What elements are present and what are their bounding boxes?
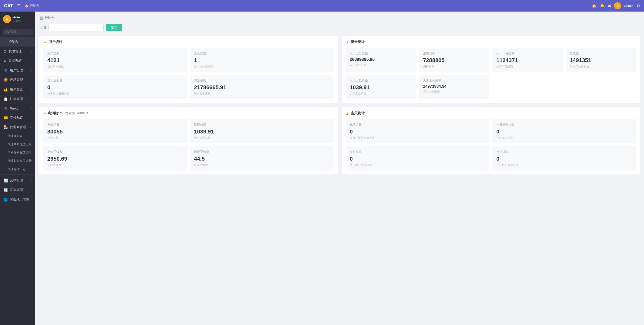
stat-label: 消费总额 bbox=[423, 51, 486, 56]
close-icon[interactable]: ✖ bbox=[608, 4, 611, 8]
stat-card-user-total: 用户总数 4121 当前用户总数 bbox=[43, 48, 187, 72]
stat-sublabel: 人工下分总额 bbox=[496, 65, 559, 68]
profit-stats-section: ▲ 利润统计 总利润: 26064.4 充值总额 30055 充值总额 提现总额 bbox=[39, 107, 338, 174]
sidebar-sub-user-recharge[interactable]: 用户账户充值记录 bbox=[0, 149, 35, 157]
stat-label: 今日充值人数 bbox=[496, 123, 632, 127]
stat-label: 充值总额 bbox=[47, 123, 183, 127]
stat-label: 当天注册量 bbox=[47, 78, 183, 83]
stat-value: 0 bbox=[47, 84, 183, 91]
stat-label: 今日充值 bbox=[350, 150, 485, 154]
breadcrumb-label: 控制台 bbox=[45, 16, 55, 20]
sidebar-user-info: Admin ● 在线 bbox=[13, 15, 22, 23]
stat-sublabel: 用户提现总额 bbox=[194, 136, 330, 140]
sidebar-item-users[interactable]: 👤 用户管理 › bbox=[0, 66, 35, 75]
stat-label: 总收益 bbox=[570, 51, 632, 56]
stat-sublabel: 人工上分总额 bbox=[350, 63, 412, 67]
stat-card-today-withdraw-amount: 今日提现 0 今日用户提现总额 bbox=[492, 146, 636, 170]
stat-card-fund-balance: 资金余额 21786665.91 用户资金余额 bbox=[190, 75, 334, 99]
stat-value: 44.5 bbox=[194, 156, 330, 162]
today-stats-title: ▲ 当天统计 bbox=[346, 111, 636, 116]
bell-icon[interactable]: 🔔 bbox=[600, 4, 605, 8]
stat-sublabel: 提现手续费 bbox=[194, 163, 330, 167]
stat-value: 0 bbox=[350, 156, 485, 162]
stat-card-today-register: 当天注册量 0 当天新注册用户数 bbox=[43, 75, 187, 99]
chevron-right-icon: › bbox=[31, 50, 32, 53]
stat-value: 7288805 bbox=[423, 57, 486, 64]
profit-stats-grid: 充值总额 30055 充值总额 提现总额 1039.91 用户提现总额 充值手续… bbox=[43, 119, 334, 170]
sidebar-sub-agent-list[interactable]: 代理商列表 bbox=[0, 132, 35, 140]
breadcrumb-home-icon: 🏠 bbox=[39, 16, 43, 20]
menu-toggle-icon[interactable]: ☰ bbox=[17, 4, 21, 8]
user-stats-title: ▲ 用户统计 bbox=[43, 40, 334, 44]
sidebar-item-marketing[interactable]: 📊 营销管理 › bbox=[0, 176, 35, 185]
stat-sublabel: 今日用户提现总额 bbox=[496, 163, 632, 167]
stat-value: 4121 bbox=[47, 57, 183, 64]
search-input[interactable] bbox=[3, 29, 33, 35]
sidebar-sub-agent-deduct[interactable]: 代理划扣充值记录 bbox=[0, 157, 35, 165]
sidebar-item-config[interactable]: ⚙ 常规配置 › bbox=[0, 56, 35, 66]
sidebar-item-service[interactable]: 🌐 客服地址管理 bbox=[0, 195, 35, 204]
sidebar-sub-agent-recharge[interactable]: 代理商户充值记录 bbox=[0, 140, 35, 149]
fund-stats-grid: 人工上分总额 26099395.85 人工上分总额 消费总额 7288805 消… bbox=[346, 48, 636, 99]
topbar: CAT ☰ 🏠 控制台 🏠 🔔 ✖ A Admin ⚙ bbox=[0, 0, 644, 12]
fund-stats-title: ▲ 资金统计 bbox=[346, 40, 636, 44]
filter-bar: 日期 提交 bbox=[39, 24, 640, 31]
stat-card-recharge-total: 充值总额 30055 充值总额 bbox=[43, 119, 187, 143]
sidebar-item-label: 常规配置 bbox=[9, 59, 22, 63]
stat-value: 0 bbox=[496, 156, 632, 162]
warn-icon: ▲ bbox=[43, 40, 47, 44]
date-input[interactable] bbox=[48, 24, 104, 31]
chevron-right-icon: › bbox=[31, 69, 32, 72]
stat-sublabel: 今日注册并充值人数 bbox=[350, 136, 485, 140]
marketing-icon: 📊 bbox=[4, 178, 8, 182]
home-topbar-icon[interactable]: 🏠 bbox=[592, 4, 597, 8]
chevron-right-icon: › bbox=[31, 179, 32, 182]
stat-value: 21786665.91 bbox=[194, 84, 330, 91]
warn-icon: ▲ bbox=[43, 111, 47, 115]
stat-sublabel: 充值手续费 bbox=[47, 163, 183, 167]
sidebar-item-agent[interactable]: 🏪 代理商管理 ∨ bbox=[0, 122, 35, 132]
chevron-right-icon: › bbox=[31, 107, 32, 110]
username-label: Admin bbox=[624, 4, 633, 8]
sidebar-item-label: 用户管理 bbox=[10, 68, 23, 73]
stat-card-manual-balance: 人工上分余额 24973984.94 人工上分余额 bbox=[419, 75, 490, 99]
chevron-right-icon: › bbox=[31, 88, 32, 91]
sidebar-item-user-funds[interactable]: 💰 用户资金 › bbox=[0, 85, 35, 94]
sidebar-item-label: 权限管理 bbox=[9, 49, 22, 54]
sidebar-username: Admin bbox=[13, 15, 22, 19]
sidebar-item-permissions[interactable]: ⊡ 权限管理 › bbox=[0, 47, 35, 56]
user-stats-grid: 用户总数 4121 当前用户总数 当天登陆 1 当天用户登陆数 当天注册量 0 … bbox=[43, 48, 334, 99]
avatar: A bbox=[614, 2, 621, 9]
stat-sublabel: 今日充值人数 bbox=[496, 136, 632, 140]
stat-sublabel: 人工上分余额 bbox=[423, 90, 486, 94]
sidebar-user-status: ● 在线 bbox=[13, 19, 22, 23]
stat-value: 30055 bbox=[47, 128, 183, 135]
sidebar-sub-agent-log[interactable]: 代理操作日志 bbox=[0, 165, 35, 173]
stat-value: 1491351 bbox=[570, 57, 632, 64]
submit-button[interactable]: 提交 bbox=[106, 24, 122, 31]
stat-label: 人工下分总额 bbox=[496, 51, 559, 56]
sidebar-item-label: 用户资金 bbox=[10, 87, 23, 92]
sidebar-item-dashboard[interactable]: ⊞ 控制台 bbox=[0, 37, 35, 47]
home-icon: 🏠 bbox=[25, 4, 29, 8]
sidebar-item-payment[interactable]: 💳 支付配置 bbox=[0, 113, 35, 122]
stat-value: 24973984.94 bbox=[423, 84, 486, 89]
settings-icon[interactable]: ⚙ bbox=[636, 4, 640, 8]
stat-value: 1124371 bbox=[496, 57, 559, 64]
sidebar-divider bbox=[0, 174, 35, 175]
top-stats-row: ▲ 用户统计 用户总数 4121 当前用户总数 当天登陆 1 当天用户登陆数 当… bbox=[39, 36, 640, 107]
stat-card-today-login: 当天登陆 1 当天用户登陆数 bbox=[190, 48, 334, 72]
stat-sublabel: 消费总额 bbox=[423, 65, 486, 68]
sidebar-item-products[interactable]: 📦 产品管理 bbox=[0, 75, 35, 85]
stat-card-today-recharge-users: 充值人数 0 今日注册并充值人数 bbox=[346, 119, 489, 143]
sidebar-item-proxy[interactable]: 🔌 Proxy › bbox=[0, 104, 35, 113]
stat-sublabel: 当前用户总数 bbox=[47, 65, 183, 68]
reconcile-icon: 🔄 bbox=[4, 188, 8, 192]
warn-icon: ▲ bbox=[346, 40, 349, 44]
sidebar-item-reconcile[interactable]: 🔄 汇净管理 bbox=[0, 185, 35, 195]
sidebar-item-label: 营销管理 bbox=[10, 178, 23, 183]
sidebar-item-orders[interactable]: 📋 订单管理 › bbox=[0, 94, 35, 104]
stat-label: 充值手续费 bbox=[47, 150, 183, 154]
topbar-breadcrumb: 🏠 控制台 bbox=[25, 4, 39, 8]
sidebar-item-label: Proxy bbox=[10, 107, 18, 110]
